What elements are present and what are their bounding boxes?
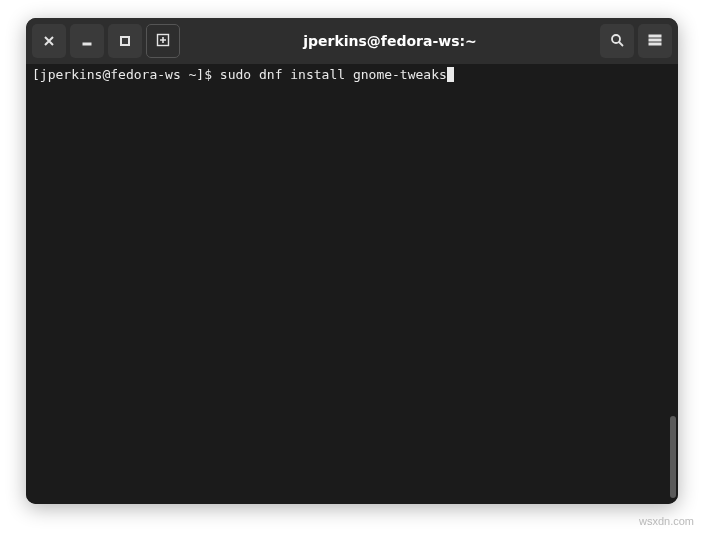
maximize-button[interactable] bbox=[108, 24, 142, 58]
svg-rect-5 bbox=[649, 39, 661, 41]
svg-rect-0 bbox=[83, 43, 91, 45]
scrollbar-track[interactable] bbox=[666, 64, 676, 504]
svg-rect-4 bbox=[649, 35, 661, 37]
hamburger-icon bbox=[648, 32, 662, 51]
terminal-window: jperkins@fedora-ws:~ [jperkins@fedora-ws… bbox=[26, 18, 678, 504]
maximize-icon bbox=[119, 32, 131, 51]
window-title: jperkins@fedora-ws:~ bbox=[180, 33, 600, 49]
minimize-button[interactable] bbox=[70, 24, 104, 58]
prompt-text: [jperkins@fedora-ws ~]$ bbox=[32, 67, 220, 82]
search-button[interactable] bbox=[600, 24, 634, 58]
titlebar-right-group bbox=[600, 24, 672, 58]
svg-rect-1 bbox=[121, 37, 129, 45]
search-icon bbox=[610, 32, 624, 51]
titlebar-left-group bbox=[32, 24, 180, 58]
scrollbar-thumb[interactable] bbox=[670, 416, 676, 498]
close-icon bbox=[43, 32, 55, 51]
watermark-text: wsxdn.com bbox=[639, 515, 694, 527]
svg-point-3 bbox=[612, 35, 620, 43]
command-text: sudo dnf install gnome-tweaks bbox=[220, 67, 447, 82]
titlebar: jperkins@fedora-ws:~ bbox=[26, 18, 678, 64]
minimize-icon bbox=[81, 32, 93, 51]
terminal-viewport[interactable]: [jperkins@fedora-ws ~]$ sudo dnf install… bbox=[26, 64, 678, 504]
terminal-cursor bbox=[447, 67, 454, 82]
close-button[interactable] bbox=[32, 24, 66, 58]
menu-button[interactable] bbox=[638, 24, 672, 58]
svg-rect-6 bbox=[649, 43, 661, 45]
terminal-line: [jperkins@fedora-ws ~]$ sudo dnf install… bbox=[32, 66, 672, 84]
new-tab-icon bbox=[156, 32, 170, 51]
new-tab-button[interactable] bbox=[146, 24, 180, 58]
